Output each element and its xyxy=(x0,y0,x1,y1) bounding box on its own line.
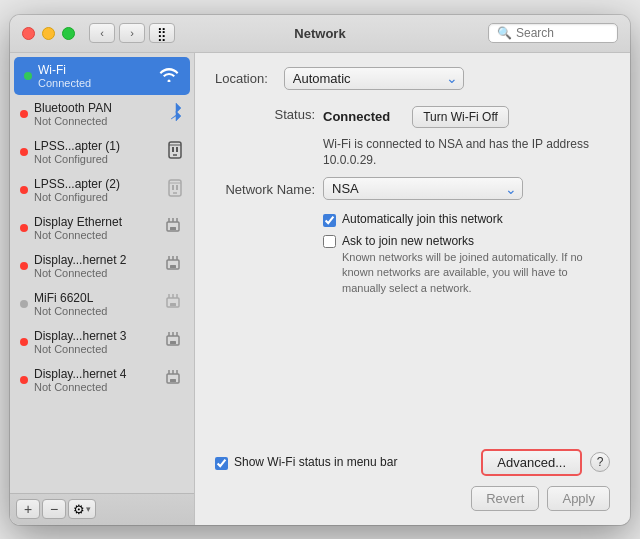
status-dot-gray xyxy=(20,300,28,308)
chevron-down-icon: ▾ xyxy=(86,504,91,514)
network-window: ‹ › ⣿ Network 🔍 Wi-Fi Connected xyxy=(10,15,630,525)
show-wifi-row: Show Wi-Fi status in menu bar xyxy=(215,455,481,470)
network-name-label: Network Name: xyxy=(215,181,315,197)
dots-icon xyxy=(162,294,184,314)
wifi-icon xyxy=(158,66,180,86)
checkbox-section: Automatically join this network Ask to j… xyxy=(323,212,610,302)
bluetooth-icon xyxy=(168,102,184,126)
minimize-button[interactable] xyxy=(42,27,55,40)
svg-rect-9 xyxy=(176,185,178,190)
network-status: Connected xyxy=(38,77,154,89)
auto-join-label: Automatically join this network xyxy=(342,212,503,226)
location-row: Location: Automatic ⌄ xyxy=(215,67,610,90)
status-value: Connected xyxy=(323,109,390,124)
action-buttons: Revert Apply xyxy=(215,486,610,511)
location-select-wrapper: Automatic ⌄ xyxy=(284,67,464,90)
status-description: Wi-Fi is connected to NSA and has the IP… xyxy=(323,136,603,170)
phone-icon xyxy=(166,141,184,163)
network-text: Bluetooth PAN Not Connected xyxy=(34,101,164,127)
advanced-button[interactable]: Advanced... xyxy=(481,449,582,476)
network-name: Wi-Fi xyxy=(38,63,154,77)
list-item[interactable]: Wi-Fi Connected xyxy=(14,57,190,95)
window-title: Network xyxy=(294,26,345,41)
list-item[interactable]: Display...hernet 2 Not Connected xyxy=(10,247,194,285)
list-item[interactable]: MiFi 6620L Not Connected xyxy=(10,285,194,323)
revert-button[interactable]: Revert xyxy=(471,486,539,511)
network-status: Not Connected xyxy=(34,343,158,355)
network-name: LPSS...apter (1) xyxy=(34,139,162,153)
svg-rect-3 xyxy=(172,147,174,152)
svg-rect-14 xyxy=(170,227,176,230)
status-desc-row: Wi-Fi is connected to NSA and has the IP… xyxy=(215,136,610,170)
maximize-button[interactable] xyxy=(62,27,75,40)
network-status: Not Configured xyxy=(34,191,162,203)
sidebar: Wi-Fi Connected Blueto xyxy=(10,53,195,525)
grid-button[interactable]: ⣿ xyxy=(149,23,175,43)
network-name-row: Network Name: NSA ⌄ xyxy=(215,177,610,200)
search-icon: 🔍 xyxy=(497,26,512,40)
search-input[interactable] xyxy=(516,26,609,40)
sidebar-toolbar: + − ⚙ ▾ xyxy=(10,493,194,525)
svg-rect-34 xyxy=(170,379,176,382)
network-name: Bluetooth PAN xyxy=(34,101,164,115)
network-status: Not Connected xyxy=(34,381,158,393)
help-button[interactable]: ? xyxy=(590,452,610,472)
network-name: Display...hernet 2 xyxy=(34,253,158,267)
auto-join-row: Automatically join this network xyxy=(323,212,610,227)
ethernet-icon xyxy=(162,370,184,390)
add-network-button[interactable]: + xyxy=(16,499,40,519)
network-status: Not Connected xyxy=(34,115,164,127)
show-wifi-checkbox[interactable] xyxy=(215,457,228,470)
status-dot-red xyxy=(20,110,28,118)
titlebar: ‹ › ⣿ Network 🔍 xyxy=(10,15,630,53)
forward-button[interactable]: › xyxy=(119,23,145,43)
location-label: Location: xyxy=(215,70,268,86)
network-text: Display Ethernet Not Connected xyxy=(34,215,158,241)
network-text: LPSS...apter (2) Not Configured xyxy=(34,177,162,203)
nav-buttons: ‹ › xyxy=(89,23,145,43)
show-wifi-label: Show Wi-Fi status in menu bar xyxy=(234,455,397,469)
network-name-select[interactable]: NSA xyxy=(323,177,523,200)
status-dot-red xyxy=(20,148,28,156)
list-item[interactable]: Display Ethernet Not Connected xyxy=(10,209,194,247)
status-row: Status: Connected Turn Wi-Fi Off xyxy=(215,106,610,128)
ask-join-checkbox[interactable] xyxy=(323,235,336,248)
network-status: Not Connected xyxy=(34,229,158,241)
svg-rect-8 xyxy=(172,185,174,190)
turn-wifi-off-button[interactable]: Turn Wi-Fi Off xyxy=(412,106,509,128)
list-item[interactable]: Bluetooth PAN Not Connected xyxy=(10,95,194,133)
list-item[interactable]: Display...hernet 3 Not Connected xyxy=(10,323,194,361)
network-name: MiFi 6620L xyxy=(34,291,158,305)
status-dot-red xyxy=(20,338,28,346)
network-text: MiFi 6620L Not Connected xyxy=(34,291,158,317)
ask-join-row: Ask to join new networks Known networks … xyxy=(323,233,610,296)
network-text: Display...hernet 2 Not Connected xyxy=(34,253,158,279)
search-box[interactable]: 🔍 xyxy=(488,23,618,43)
auto-join-checkbox[interactable] xyxy=(323,214,336,227)
gear-menu-button[interactable]: ⚙ ▾ xyxy=(68,499,96,519)
bottom-right-buttons: Advanced... ? xyxy=(481,449,610,476)
list-item[interactable]: LPSS...apter (2) Not Configured xyxy=(10,171,194,209)
network-name: Display...hernet 4 xyxy=(34,367,158,381)
network-name: Display...hernet 3 xyxy=(34,329,158,343)
location-select[interactable]: Automatic xyxy=(284,67,464,90)
svg-rect-19 xyxy=(170,265,176,268)
apply-button[interactable]: Apply xyxy=(547,486,610,511)
network-text: Display...hernet 4 Not Connected xyxy=(34,367,158,393)
svg-rect-29 xyxy=(170,341,176,344)
gear-icon: ⚙ xyxy=(73,502,85,517)
close-button[interactable] xyxy=(22,27,35,40)
network-text: Wi-Fi Connected xyxy=(38,63,154,89)
list-item[interactable]: Display...hernet 4 Not Connected xyxy=(10,361,194,399)
status-dot-red xyxy=(20,186,28,194)
network-text: Display...hernet 3 Not Connected xyxy=(34,329,158,355)
main-content: Wi-Fi Connected Blueto xyxy=(10,53,630,525)
network-status: Not Configured xyxy=(34,153,162,165)
remove-network-button[interactable]: − xyxy=(42,499,66,519)
network-name: LPSS...apter (2) xyxy=(34,177,162,191)
list-item[interactable]: LPSS...apter (1) Not Configured xyxy=(10,133,194,171)
ethernet-icon xyxy=(162,218,184,238)
bottom-bar: Show Wi-Fi status in menu bar Advanced..… xyxy=(215,439,610,476)
back-button[interactable]: ‹ xyxy=(89,23,115,43)
status-dot-red xyxy=(20,224,28,232)
